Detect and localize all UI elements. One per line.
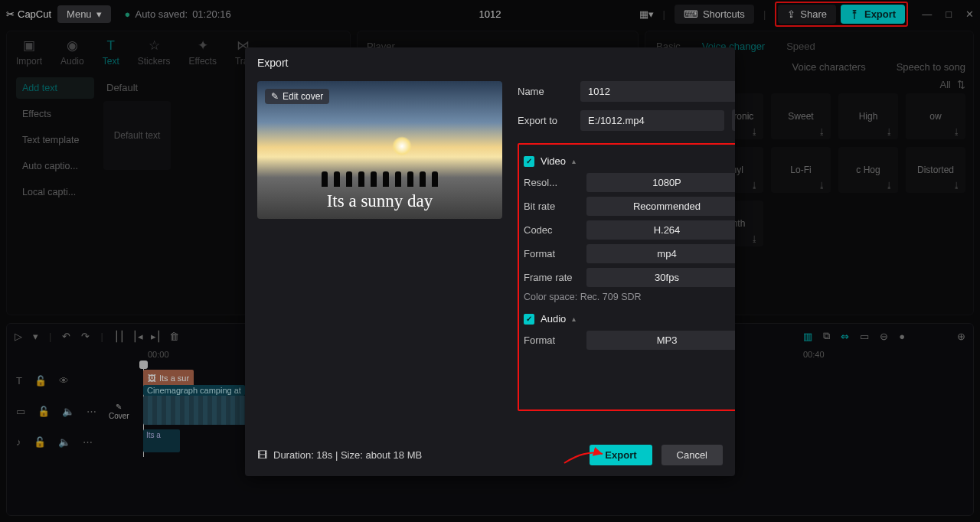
cover-caption: Its a sunny day (257, 191, 502, 211)
edit-cover-label: Edit cover (283, 91, 323, 102)
browse-folder-button[interactable]: 📁 (732, 109, 735, 131)
resolution-label: Resol... (524, 177, 579, 188)
video-section-header[interactable]: ✓ Video ▴ (524, 155, 735, 167)
codec-label: Codec (524, 224, 579, 236)
edit-cover-button[interactable]: ✎ Edit cover (265, 89, 329, 104)
modal-cancel-button[interactable]: Cancel (662, 445, 723, 465)
duration-info: 🎞 Duration: 18s | Size: about 18 MB (257, 449, 422, 461)
export-to-label: Export to (518, 115, 573, 126)
name-input[interactable] (580, 81, 735, 102)
modal-title: Export (245, 47, 735, 78)
video-section-label: Video (541, 155, 566, 167)
duration-text: Duration: 18s | Size: about 18 MB (273, 449, 422, 461)
silhouette-graphic (257, 171, 502, 187)
audio-checkbox[interactable]: ✓ (524, 314, 534, 325)
pencil-icon: ✎ (271, 91, 279, 102)
format-select[interactable]: mp4▾ (586, 244, 735, 263)
cover-preview: ✎ Edit cover Its a sunny day (257, 81, 502, 219)
annotation-arrow (563, 448, 601, 463)
sun-graphic (392, 136, 412, 156)
export-modal: Export ✎ Edit cover Its a sunny day Name… (245, 47, 735, 476)
audio-section-header[interactable]: ✓ Audio ▴ (524, 313, 735, 325)
video-checkbox[interactable]: ✓ (524, 156, 534, 167)
audio-format-label: Format (524, 334, 579, 346)
audio-format-select[interactable]: MP3▾ (586, 331, 735, 350)
framerate-label: Frame rate (524, 272, 579, 283)
film-icon: 🎞 (257, 449, 267, 461)
chevron-up-icon: ▴ (572, 315, 576, 323)
export-form: Name Export to 📁 ✓ Video ▴ Resol... 1080… (518, 81, 735, 436)
export-path-input[interactable] (580, 110, 724, 131)
colorspace-note: Color space: Rec. 709 SDR (524, 292, 735, 302)
chevron-up-icon: ▴ (572, 157, 576, 165)
resolution-select[interactable]: 1080P▾ (586, 173, 735, 192)
bitrate-label: Bit rate (524, 201, 579, 212)
name-label: Name (518, 86, 573, 97)
audio-section-label: Audio (541, 313, 566, 325)
framerate-select[interactable]: 30fps▾ (586, 268, 735, 287)
export-settings-highlight: ✓ Video ▴ Resol... 1080P▾ Bit rate Recom… (518, 143, 735, 411)
bitrate-select[interactable]: Recommended▾ (586, 197, 735, 216)
format-label: Format (524, 248, 579, 259)
modal-footer: 🎞 Duration: 18s | Size: about 18 MB Expo… (245, 436, 735, 476)
codec-select[interactable]: H.264▾ (586, 220, 735, 240)
